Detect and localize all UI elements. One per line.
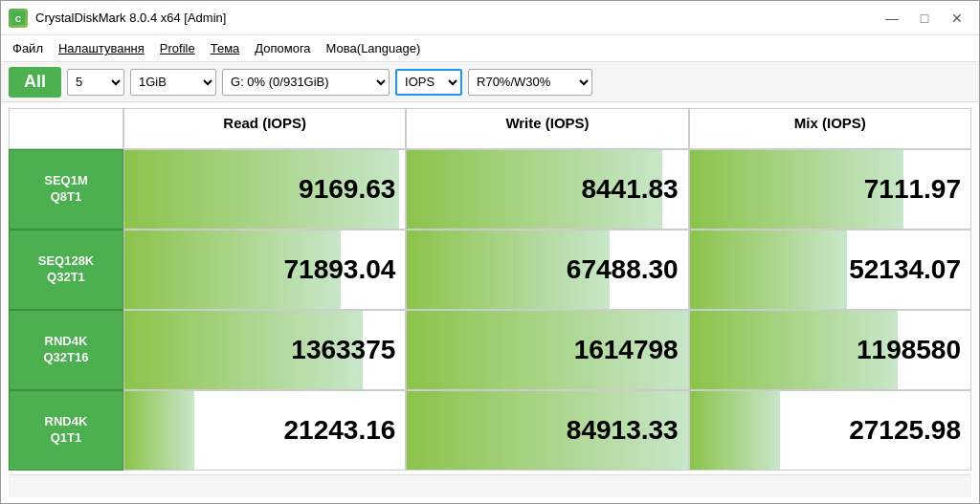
menu-settings[interactable]: Налаштування: [51, 38, 152, 58]
menu-file[interactable]: Файл: [5, 38, 51, 58]
minimize-button[interactable]: —: [878, 7, 906, 30]
title-bar-controls: — □ ✕: [878, 7, 971, 30]
cell-seq128k-write: 67488.30: [406, 230, 688, 310]
menu-bar: Файл Налаштування Profile Тема Допомога …: [1, 35, 979, 62]
cell-rnd4k-q32t16-mix: 1198580: [689, 310, 971, 390]
close-button[interactable]: ✕: [943, 7, 971, 30]
menu-profile[interactable]: Profile: [152, 38, 203, 58]
cell-seq128k-read: 71893.04: [123, 230, 406, 310]
cell-seq1m-read: 9169.63: [123, 149, 406, 230]
profile-select[interactable]: R70%/W30%: [468, 69, 592, 96]
cell-rnd4k-q1t1-mix: 27125.98: [689, 390, 971, 471]
main-window: C CrystalDiskMark 8.0.4 x64 [Admin] — □ …: [0, 0, 980, 504]
cell-rnd4k-q1t1-read: 21243.16: [123, 390, 406, 471]
svg-text:C: C: [15, 14, 22, 24]
app-icon: C: [9, 9, 28, 28]
cell-seq1m-write: 8441.83: [406, 149, 688, 230]
all-button[interactable]: All: [9, 67, 61, 98]
status-bar: [9, 474, 971, 497]
data-table: Read (IOPS) Write (IOPS) Mix (IOPS) SEQ1…: [9, 108, 971, 471]
row-label-seq128k: SEQ128K Q32T1: [9, 230, 123, 310]
col-header-mix: Mix (IOPS): [689, 108, 971, 149]
cell-rnd4k-q32t16-read: 1363375: [123, 310, 406, 390]
col-header-read: Read (IOPS): [123, 108, 406, 149]
cell-rnd4k-q1t1-write: 84913.33: [406, 390, 688, 471]
row-label-rnd4k-q32t16: RND4K Q32T16: [9, 310, 123, 390]
count-select[interactable]: 5: [67, 69, 124, 96]
col-header-empty: [9, 108, 123, 149]
window-title: CrystalDiskMark 8.0.4 x64 [Admin]: [35, 11, 226, 25]
col-header-write: Write (IOPS): [406, 108, 688, 149]
row-label-rnd4k-q1t1: RND4K Q1T1: [9, 390, 123, 471]
menu-language[interactable]: Мова(Language): [319, 38, 429, 58]
main-content: Read (IOPS) Write (IOPS) Mix (IOPS) SEQ1…: [1, 102, 979, 503]
menu-theme[interactable]: Тема: [203, 38, 248, 58]
row-label-seq1m: SEQ1M Q8T1: [9, 149, 123, 230]
mode-select[interactable]: IOPS: [395, 69, 462, 96]
size-select[interactable]: 1GiB: [130, 69, 216, 96]
title-bar: C CrystalDiskMark 8.0.4 x64 [Admin] — □ …: [1, 1, 979, 35]
cell-rnd4k-q32t16-write: 1614798: [406, 310, 688, 390]
title-bar-left: C CrystalDiskMark 8.0.4 x64 [Admin]: [9, 9, 226, 28]
maximize-button[interactable]: □: [910, 7, 939, 30]
toolbar: All 5 1GiB G: 0% (0/931GiB) IOPS R70%/W3…: [1, 62, 979, 102]
cell-seq1m-mix: 7111.97: [689, 149, 971, 230]
cell-seq128k-mix: 52134.07: [689, 230, 971, 310]
drive-select[interactable]: G: 0% (0/931GiB): [222, 69, 390, 96]
menu-help[interactable]: Допомога: [247, 38, 318, 58]
